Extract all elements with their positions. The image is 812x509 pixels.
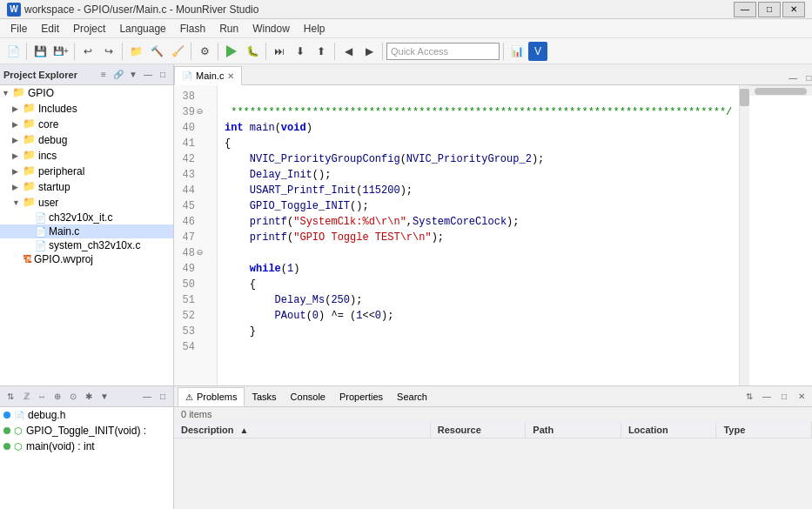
outline-btn-5[interactable]: ⊙ (66, 390, 80, 404)
outline-btn-3[interactable]: ↔ (35, 390, 49, 404)
forward-button[interactable]: ▶ (359, 42, 379, 61)
line-num-39[interactable]: 39⊖ (176, 104, 215, 120)
fold-48[interactable]: ⊖ (197, 245, 207, 261)
outline-item-debug-h[interactable]: 📄 debug.h (0, 407, 173, 423)
tree-item-user[interactable]: ▼ 📁 user (0, 195, 173, 211)
tab-search[interactable]: Search (390, 387, 434, 406)
outline-btn-4[interactable]: ⊕ (50, 390, 64, 404)
menu-run[interactable]: Run (212, 21, 245, 37)
editor-h-scrollbar[interactable] (749, 85, 812, 96)
save-all-button[interactable]: 💾+ (51, 42, 70, 61)
tree-item-includes[interactable]: ▶ 📁 Includes (0, 101, 173, 117)
line-num-54: 54 (176, 339, 215, 355)
tree-item-debug[interactable]: ▶ 📁 debug (0, 132, 173, 148)
menu-window[interactable]: Window (245, 21, 297, 37)
menu-file[interactable]: File (3, 21, 34, 37)
tab-tasks[interactable]: Tasks (245, 387, 283, 406)
tree-item-incs[interactable]: ▶ 📁 incs (0, 148, 173, 164)
build-button[interactable]: 🔨 (147, 42, 166, 61)
toolbar-sep-7 (334, 43, 335, 60)
back-button[interactable]: ◀ (339, 42, 358, 61)
toolbar-sep-8 (382, 43, 383, 60)
problems-list (174, 439, 812, 509)
outline-min-btn[interactable]: — (140, 390, 154, 404)
maximize-button[interactable]: □ (758, 2, 781, 17)
bottom-close-btn[interactable]: ✕ (795, 390, 809, 404)
collapse-all-button[interactable]: ≡ (97, 68, 111, 82)
h-scrollbar-thumb[interactable] (755, 88, 807, 95)
tab-properties[interactable]: Properties (332, 387, 390, 406)
tree-item-gpio-wvproj[interactable]: 🏗 GPIO.wvproj (0, 252, 173, 266)
run-button[interactable] (222, 42, 241, 61)
settings-button[interactable]: ⚙ (195, 42, 214, 61)
func-icon2: ⬡ (14, 441, 23, 452)
open-folder-button[interactable]: 📁 (126, 42, 145, 61)
tree-item-gpio[interactable]: ▼ 📁 GPIO (0, 85, 173, 101)
outline-btn-6[interactable]: ✱ (82, 390, 96, 404)
save-button[interactable]: 💾 (30, 42, 50, 61)
minimize-panel-button[interactable]: — (141, 68, 155, 82)
editor-tab-bar: 📄 Main.c ✕ — □ (174, 64, 812, 85)
dot-icon (3, 427, 10, 434)
step-out-button[interactable]: ⬆ (312, 42, 331, 61)
open-perspective-button[interactable]: 📊 (507, 42, 527, 61)
link-editor-button[interactable]: 🔗 (111, 68, 125, 82)
bottom-filter-btn[interactable]: ⇅ (742, 390, 756, 404)
outline-btn-1[interactable]: ⇅ (3, 390, 17, 404)
menu-flash[interactable]: Flash (173, 21, 212, 37)
outline-expand-btn[interactable]: ▼ (97, 390, 111, 404)
line-numbers-gutter: 38 39⊖ 40 41 42 43 44 45 46 47 48⊖ 49 50… (174, 85, 218, 385)
tree-item-system-ch32[interactable]: 📄 system_ch32v10x.c (0, 238, 173, 252)
line-num-48[interactable]: 48⊖ (176, 245, 215, 261)
debug-button[interactable]: 🐛 (243, 42, 262, 61)
tree-item-peripheral[interactable]: ▶ 📁 peripheral (0, 164, 173, 179)
menu-language[interactable]: Language (112, 21, 172, 37)
tab-console[interactable]: Console (284, 387, 332, 406)
clean-button[interactable]: 🧹 (168, 42, 187, 61)
code-text[interactable]: ****************************************… (218, 85, 739, 385)
tab-close-button[interactable]: ✕ (227, 71, 234, 81)
view-button[interactable]: V (528, 42, 547, 61)
scrollbar-corner (807, 86, 812, 97)
fold-39[interactable]: ⊖ (197, 104, 207, 120)
tree-item-startup[interactable]: ▶ 📁 startup (0, 179, 173, 195)
code-line-39: int main(void) (225, 122, 312, 134)
editor-max-button[interactable]: □ (802, 70, 812, 84)
code-content-area[interactable]: ****************************************… (218, 85, 739, 385)
menu-help[interactable]: Help (297, 21, 332, 37)
outline-item-main[interactable]: ⬡ main(void) : int (0, 439, 173, 454)
step-into-button[interactable]: ⬇ (291, 42, 310, 61)
tree-label: Includes (38, 103, 77, 115)
line-num-41: 41 (176, 136, 215, 151)
editor-scrollbar[interactable] (739, 85, 749, 385)
tree-item-core[interactable]: ▶ 📁 core (0, 117, 173, 132)
outline-btn-2[interactable]: ℤ (19, 390, 33, 404)
redo-button[interactable]: ↪ (99, 42, 118, 61)
menu-edit[interactable]: Edit (34, 21, 66, 37)
outline-max-btn[interactable]: □ (156, 390, 170, 404)
outline-item-gpio-toggle[interactable]: ⬡ GPIO_Toggle_INIT(void) : (0, 423, 173, 439)
tab-main-c[interactable]: 📄 Main.c ✕ (174, 66, 242, 85)
tree-item-ch32v10x-it[interactable]: 📄 ch32v10x_it.c (0, 211, 173, 224)
bottom-max-btn[interactable]: □ (777, 390, 791, 404)
maximize-panel-button[interactable]: □ (156, 68, 170, 82)
panel-menu-button[interactable]: ▼ (126, 68, 140, 82)
step-over-button[interactable]: ⏭ (270, 42, 289, 61)
bottom-min-btn[interactable]: — (760, 390, 774, 404)
minimize-button[interactable]: — (734, 2, 756, 17)
quick-access-box[interactable]: Quick Access (386, 43, 500, 60)
main-area: Project Explorer ≡ 🔗 ▼ — □ ▼ 📁 GPIO ▶ 📁 … (0, 64, 812, 386)
close-button[interactable]: ✕ (782, 2, 805, 17)
bottom-panel-controls: ⇅ — □ ✕ (742, 390, 809, 404)
tree-item-main-c[interactable]: 📄 Main.c (0, 224, 173, 238)
outline-label: debug.h (28, 409, 65, 421)
editor-min-button[interactable]: — (786, 70, 800, 84)
undo-button[interactable]: ↩ (78, 42, 97, 61)
tab-problems[interactable]: ⚠ Problems (178, 387, 245, 406)
scrollbar-thumb[interactable] (740, 89, 749, 106)
tab-label: Console (291, 392, 325, 402)
new-file-button[interactable]: 📄 (3, 42, 23, 61)
code-line-46: printf("GPIO Toggle TEST\r\n"); (225, 231, 444, 244)
tab-label: Properties (339, 392, 383, 402)
menu-project[interactable]: Project (66, 21, 112, 37)
